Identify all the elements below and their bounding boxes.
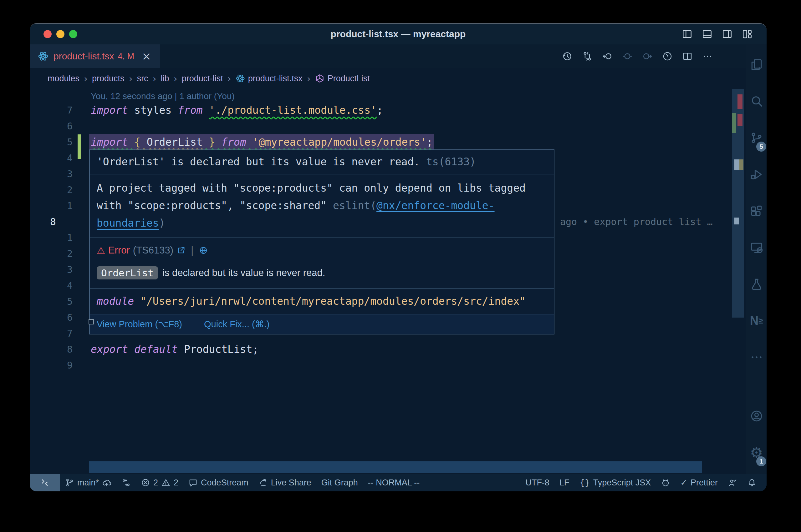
toggle-secondary-sidebar-button[interactable] xyxy=(722,28,733,40)
code-line[interactable]: export default ProductList; xyxy=(91,341,258,357)
code-line[interactable]: import { OrderList } from '@myreactapp/m… xyxy=(91,134,433,150)
status-live-share[interactable]: Live Share xyxy=(253,474,316,491)
status-git-branch[interactable]: main* xyxy=(60,474,116,491)
overview-ruler-cursor-mark xyxy=(734,217,739,224)
navigate-next-button[interactable] xyxy=(642,51,653,61)
activity-explorer[interactable] xyxy=(746,46,767,83)
vscode-window: product-list.tsx — myreactapp product-li… xyxy=(30,23,767,491)
nav-next-icon xyxy=(642,51,653,61)
quick-fix-action[interactable]: Quick Fix... (⌘.) xyxy=(204,319,269,329)
line-number: 5 xyxy=(50,134,73,150)
activity-search[interactable] xyxy=(746,83,767,119)
compare-icon xyxy=(582,51,593,61)
close-icon[interactable]: × xyxy=(142,51,151,62)
activity-remote-explorer[interactable] xyxy=(746,229,767,266)
window-title: product-list.tsx — myreactapp xyxy=(124,24,673,44)
breadcrumb-item-products[interactable]: products xyxy=(92,74,125,83)
overview-ruler-mark xyxy=(739,159,743,170)
breadcrumb-item-productlist[interactable]: ProductList xyxy=(315,74,370,83)
status-notifications[interactable] xyxy=(742,474,762,491)
breadcrumb-item-product-list-tsx[interactable]: product-list.tsx xyxy=(236,74,303,83)
tooltip-resize-handle[interactable] xyxy=(89,319,94,324)
breadcrumb-item-modules[interactable]: modules xyxy=(48,74,79,83)
status-eol[interactable]: LF xyxy=(554,474,575,491)
braces-icon: {} xyxy=(579,478,590,488)
activity-run-and-debug[interactable] xyxy=(746,156,767,193)
activity-additional-views[interactable] xyxy=(746,339,767,375)
globe-icon[interactable] xyxy=(199,246,208,255)
status-prettier[interactable]: ✓Prettier xyxy=(675,474,723,491)
line-number: 2 xyxy=(50,246,73,262)
split-editor-button[interactable] xyxy=(682,51,693,61)
activity-extensions[interactable] xyxy=(746,193,767,229)
debug-icon xyxy=(750,168,763,181)
check-icon: ✓ xyxy=(680,478,688,488)
activity-accounts[interactable] xyxy=(746,398,767,434)
chevron-right-icon: › xyxy=(153,73,157,84)
bell-icon xyxy=(747,478,757,487)
minimize-window-button[interactable] xyxy=(56,30,65,38)
error-severity: Error xyxy=(108,245,130,256)
activity-settings[interactable]: ⚙1 xyxy=(746,434,767,471)
status-remote[interactable] xyxy=(30,474,60,491)
status-git-graph[interactable]: Git Graph xyxy=(316,474,363,491)
activity-nx-console[interactable]: N≥ xyxy=(746,302,767,339)
line-number: 3 xyxy=(50,262,73,278)
status-vim-mode[interactable]: -- NORMAL -- xyxy=(363,474,424,491)
error-circle-icon xyxy=(141,478,150,487)
more-icon xyxy=(750,350,763,364)
blame-annotation: You, 12 seconds ago | 1 author (You) xyxy=(91,90,235,102)
status-feedback[interactable] xyxy=(723,474,742,491)
activity-source-control[interactable]: 5 xyxy=(746,119,767,156)
toggle-primary-sidebar-button[interactable] xyxy=(681,28,693,40)
line-number: 6 xyxy=(50,118,73,134)
open-changes-button[interactable] xyxy=(582,51,593,61)
status-compare-changes[interactable] xyxy=(116,474,136,491)
error-code: (TS6133) xyxy=(133,245,174,256)
status-codestream[interactable]: CodeStream xyxy=(183,474,253,491)
code-line[interactable]: import styles from './product-list.modul… xyxy=(91,102,383,118)
zoom-window-button[interactable] xyxy=(69,30,77,38)
split-editor-icon xyxy=(682,51,693,61)
line-number: 8 xyxy=(50,214,73,230)
nav-prev-icon xyxy=(622,51,633,61)
module-path: "/Users/juri/nrwl/content/myreactapp/mod… xyxy=(140,295,526,307)
line-number: 5 xyxy=(50,293,73,309)
breadcrumb-item-lib[interactable]: lib xyxy=(161,74,169,83)
layout-panel-icon xyxy=(702,28,713,40)
editor[interactable]: You, 12 seconds ago | 1 author (You) 765… xyxy=(30,89,746,473)
horizontal-scrollbar[interactable] xyxy=(89,461,702,473)
breadcrumb-item-product-list[interactable]: product-list xyxy=(182,74,223,83)
status-language-mode[interactable]: {}TypeScript JSX xyxy=(574,474,656,491)
search-icon xyxy=(750,94,763,108)
chevron-right-icon: › xyxy=(174,73,177,84)
status-problems[interactable]: 22 xyxy=(136,474,183,491)
navigate-previous-button[interactable] xyxy=(622,51,633,61)
navigate-back-button[interactable] xyxy=(602,51,613,61)
activity-bar: 5N≥⚙1 xyxy=(746,44,767,474)
overview-ruler-cursor-mark xyxy=(734,159,739,170)
external-link-icon[interactable] xyxy=(177,246,186,255)
timeline-button[interactable] xyxy=(562,51,572,61)
line-number: 6 xyxy=(50,309,73,325)
warning-triangle-icon: ⚠ xyxy=(97,245,105,256)
run-file-button[interactable] xyxy=(662,51,673,61)
history-icon xyxy=(562,51,572,61)
tab-product-list[interactable]: product-list.tsx 4, M × xyxy=(30,44,160,68)
layout-sidebar-right-icon xyxy=(722,28,733,40)
more-actions-button[interactable] xyxy=(702,51,713,61)
vertical-scrollbar[interactable] xyxy=(732,89,744,318)
tab-bar: product-list.tsx 4, M × xyxy=(30,44,767,68)
react-icon xyxy=(236,74,245,83)
gutter-modified-indicator xyxy=(78,134,81,159)
more-icon xyxy=(702,51,713,61)
close-window-button[interactable] xyxy=(43,30,52,38)
view-problem-action[interactable]: View Problem (⌥F8) xyxy=(97,319,182,329)
activity-testing[interactable] xyxy=(746,266,767,302)
layout-customize-icon xyxy=(742,28,753,40)
toggle-panel-button[interactable] xyxy=(702,28,713,40)
customize-layout-button[interactable] xyxy=(742,28,753,40)
status-encoding[interactable]: UTF-8 xyxy=(520,474,554,491)
breadcrumb-item-src[interactable]: src xyxy=(137,74,148,83)
status-github[interactable] xyxy=(656,474,675,491)
